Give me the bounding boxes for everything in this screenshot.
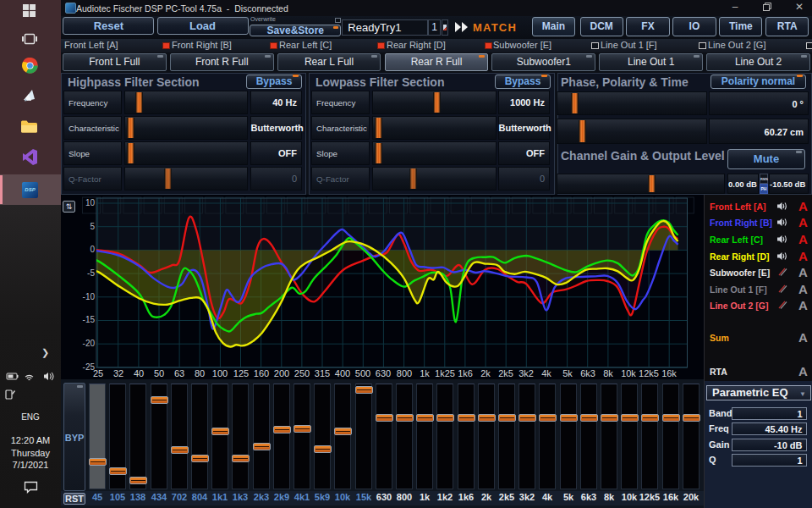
svg-text:MATCH: MATCH [473,21,517,34]
